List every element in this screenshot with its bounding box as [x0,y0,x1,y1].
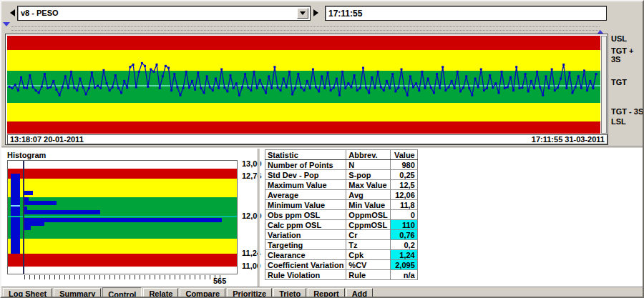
control-chart-panel: 13:18:07 20-01-2011 17:11:55 31-03-2011 [5,34,608,145]
chart-vertical-scrollbar[interactable] [601,36,607,134]
tab-log-sheet[interactable]: Log Sheet [3,288,52,298]
axis-tick [160,275,160,279]
tab-add[interactable]: Add [346,288,373,298]
time-range-rail[interactable] [11,26,600,31]
tab-prioritize[interactable]: Prioritize [227,288,272,298]
usl-label: USL [611,34,644,43]
axis-tick [94,275,95,279]
axis-tick [170,275,170,279]
stat-value: 0,2 [390,240,417,250]
axis-tick [205,275,205,279]
axis-tick [180,275,180,279]
tab-compare[interactable]: Compare [180,288,225,298]
axis-tick [59,275,60,279]
variable-selector-combobox[interactable]: v8 - PESO [17,6,311,21]
variable-selector-value: v8 - PESO [21,9,59,17]
average-marker [11,205,20,207]
table-row: AverageAvg12,06 [265,190,418,200]
tab-trieto[interactable]: Trieto [273,288,306,298]
axis-tick [64,275,65,279]
stat-abbrev: Rule [346,270,390,280]
bottom-section: Histogram 13,00 12,76 12,00 11,24 11,00 … [1,149,644,287]
axis-tick [130,275,130,279]
tgt-label: TGT [611,78,644,86]
histogram-plot [7,160,238,274]
statistics-table: Statistic Abbrev. Value Number of Points… [265,149,418,280]
header-value: Value [390,150,417,160]
axis-tick [140,275,140,279]
stat-value: 0,25 [390,170,417,180]
stat-name: Maximum Value [265,180,346,190]
axis-tick [165,275,165,279]
stat-name: Rule Violation [265,270,346,280]
stat-value: 0 [390,210,417,220]
axis-tick [185,275,185,279]
axis-tick [49,275,50,279]
axis-tick [74,275,75,279]
axis-tick [29,275,30,279]
axis-tick [190,275,190,279]
table-row: Std Dev - PopS-pop0,25 [265,170,418,180]
control-chart-plot [7,36,600,134]
stat-abbrev: Cr [346,230,390,240]
previous-variable-arrow-icon[interactable] [10,9,15,16]
table-row: Maximum ValueMax Value12,5 [265,180,418,190]
stat-value: 11,8 [390,200,417,210]
target-value-line [8,216,237,217]
stat-name: Coefficient Variation [265,260,346,270]
stat-abbrev: Cpk [346,250,390,260]
table-row: Minimum ValueMin Value11,8 [265,200,418,210]
axis-tick [125,275,125,279]
axis-tick [150,275,150,279]
tgt-plus-3s-label: TGT + 3S [611,46,644,64]
histo-band-yellow-upper [8,179,237,197]
tgt-minus-3s-label: TGT - 3S [611,107,644,116]
axis-tick [210,275,210,279]
histogram-bar [24,191,33,195]
histogram-bar [24,218,222,222]
stat-abbrev: N [346,160,390,170]
axis-tick [79,275,80,279]
axis-tick [44,275,45,279]
stat-name: Clearance [265,250,346,260]
axis-tick [54,275,55,279]
time-input[interactable] [325,6,607,21]
range-start-thumb-icon[interactable] [3,22,10,26]
stat-value: 0,76 [390,230,417,240]
stat-name: Average [265,190,346,200]
stat-value: 980 [390,160,417,170]
stat-name: Number of Points [265,160,346,170]
axis-tick [104,275,105,279]
stat-value: n/a [390,270,417,280]
data-trace [7,36,600,134]
vertical-splitter[interactable] [258,149,260,287]
histogram-baseline-axis [23,161,24,274]
next-variable-arrow-icon[interactable] [313,9,318,16]
tab-relate[interactable]: Relate [143,288,178,298]
stat-abbrev: Tz [346,240,390,250]
chevron-down-icon [300,11,306,15]
tab-report[interactable]: Report [308,288,344,298]
axis-tick [84,275,85,279]
table-row: Number of PointsN980 [265,160,418,170]
stat-value: 12,06 [390,190,417,200]
stat-name: Obs ppm OSL [265,210,346,220]
header-abbrev: Abbrev. [346,150,390,160]
table-row: VariationCr0,76 [265,230,418,240]
tab-summary[interactable]: Summary [54,288,101,298]
table-row: Rule ViolationRulen/a [265,270,418,280]
bottom-tab-bar: Log Sheet Summary Control Relate Compare… [1,287,644,298]
stat-value: 110 [390,220,417,230]
combobox-dropdown-button[interactable] [297,8,308,19]
axis-tick [135,275,135,279]
stat-value: 1,24 [390,250,417,260]
stat-abbrev: S-pop [346,170,390,180]
lsl-label: LSL [611,117,644,126]
stat-value: 12,5 [390,180,417,190]
stat-abbrev: %CV [346,260,390,270]
tab-control[interactable]: Control [102,287,142,298]
stat-abbrev: CppmOSL [346,220,390,230]
axis-tick [175,275,175,279]
app-window: v8 - PESO 13:18:07 20-01-2011 17:11:55 3… [0,0,644,298]
histogram-bar [24,201,57,205]
